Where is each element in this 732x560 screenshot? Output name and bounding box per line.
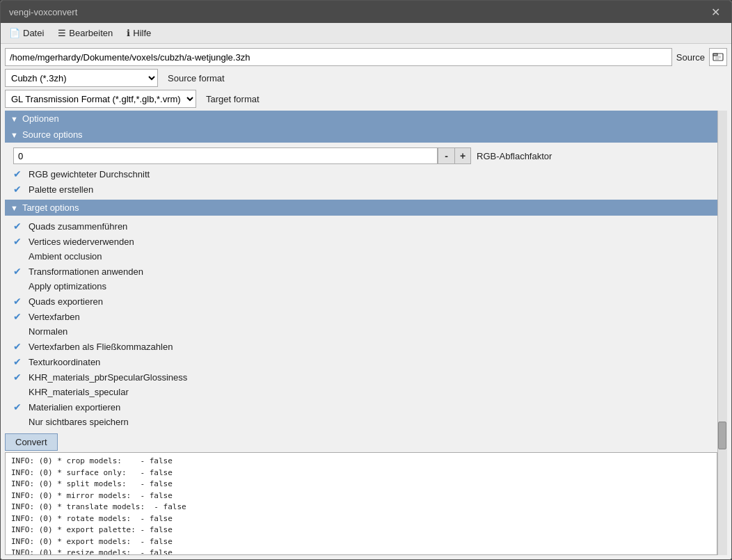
source-options-arrow: ▼	[10, 131, 18, 139]
target-option-label-11: KHR_materials_specular	[29, 387, 129, 397]
main-content: Source Cubzh (*.3zh) ▼ Source f	[1, 44, 731, 559]
source-option-label-1: Palette erstellen	[29, 184, 93, 195]
rgb-factor-input[interactable]	[13, 147, 438, 164]
target-option-label-9: Texturkoordinaten	[29, 357, 100, 367]
target-option-label-10: KHR_materials_pbrSpecularGlossiness	[29, 372, 187, 383]
check-icon-tgt-12: ✔	[13, 401, 24, 413]
check-icon-tgt-10: ✔	[13, 371, 24, 383]
scrollbar-track[interactable]	[717, 111, 727, 555]
bearbeiten-icon: ☰	[58, 28, 66, 38]
menu-bar: 📄 Datei ☰ Bearbeiten ℹ Hilfe	[1, 23, 731, 44]
title-bar: vengi-voxconvert ✕	[1, 1, 731, 23]
rgb-factor-row: - + RGB-Abflachfaktor	[9, 145, 713, 166]
menu-datei-label: Datei	[23, 28, 44, 38]
target-option-label-4: Apply optimizations	[29, 281, 106, 291]
source-format-label: Source format	[168, 73, 225, 83]
source-label: Source	[676, 52, 705, 63]
target-option-label-2: Ambient occlusion	[29, 251, 102, 262]
check-icon-tgt-1: ✔	[13, 236, 24, 247]
source-browse-button[interactable]	[709, 48, 727, 66]
target-option-9[interactable]: ✔ Texturkoordinaten	[9, 354, 713, 369]
optionen-arrow: ▼	[10, 115, 18, 123]
menu-datei[interactable]: 📄 Datei	[6, 26, 47, 40]
hilfe-icon: ℹ	[127, 28, 130, 38]
check-icon-src-0: ✔	[13, 168, 24, 179]
scroll-content: ▼ Optionen ▼ Source options - + RGB-Abfl…	[5, 111, 717, 555]
target-option-10[interactable]: ✔ KHR_materials_pbrSpecularGlossiness	[9, 369, 713, 385]
target-option-4[interactable]: Apply optimizations	[9, 279, 713, 294]
log-line: INFO: (0) * split models: - false	[11, 479, 711, 490]
target-option-13[interactable]: Nur sichtbares speichern	[9, 415, 713, 429]
check-icon-tgt-3: ✔	[13, 266, 24, 277]
target-option-6[interactable]: ✔ Vertexfarben	[9, 309, 713, 324]
target-option-1[interactable]: ✔ Vertices wiederverwenden	[9, 234, 713, 249]
file-path-input[interactable]	[5, 48, 672, 66]
target-options-arrow: ▼	[10, 204, 18, 212]
check-icon-tgt-6: ✔	[13, 311, 24, 322]
svg-rect-1	[713, 54, 717, 56]
close-button[interactable]: ✕	[708, 6, 723, 19]
target-format-select[interactable]: GL Transmission Format (*.gltf,*.glb,*.v…	[5, 90, 196, 108]
target-option-label-12: Materialien exportieren	[29, 402, 120, 413]
source-format-row: Cubzh (*.3zh) ▼ Source format	[5, 69, 727, 87]
scrollable-area: ▼ Optionen ▼ Source options - + RGB-Abfl…	[5, 111, 727, 555]
log-line: INFO: (0) * export palette: - false	[11, 525, 711, 536]
target-option-label-6: Vertexfarben	[29, 312, 80, 322]
target-option-label-5: Quads exportieren	[29, 296, 103, 307]
rgb-factor-minus[interactable]: -	[438, 147, 454, 164]
menu-hilfe-label: Hilfe	[133, 28, 151, 38]
check-icon-src-1: ✔	[13, 184, 24, 195]
log-line: INFO: (0) * surface only: - false	[11, 467, 711, 479]
scrollbar-thumb[interactable]	[718, 422, 726, 449]
menu-hilfe[interactable]: ℹ Hilfe	[124, 26, 154, 40]
target-option-label-1: Vertices wiederverwenden	[29, 237, 134, 247]
target-option-label-8: Vertexfarben als Fließkommazahlen	[29, 342, 173, 352]
window-title: vengi-voxconvert	[9, 7, 77, 17]
source-options-label: Source options	[22, 129, 83, 140]
target-options-panel: ✔ Quads zusammenführen ✔ Vertices wieder…	[5, 216, 717, 432]
target-option-label-0: Quads zusammenführen	[29, 221, 127, 232]
target-option-label-7: Normalen	[29, 326, 67, 337]
log-line: INFO: (0) * translate models: - false	[11, 502, 711, 513]
menu-bearbeiten-label: Bearbeiten	[69, 28, 113, 38]
target-option-0[interactable]: ✔ Quads zusammenführen	[9, 218, 713, 234]
target-option-label-3: Transformationen anwenden	[29, 266, 143, 277]
target-option-11[interactable]: KHR_materials_specular	[9, 385, 713, 399]
rgb-factor-label: RGB-Abflachfaktor	[477, 151, 552, 161]
log-line: INFO: (0) * resize models: - false	[11, 547, 711, 555]
target-options-label: Target options	[22, 202, 79, 213]
rgb-factor-plus[interactable]: +	[454, 147, 471, 164]
browse-icon	[713, 51, 724, 64]
check-icon-tgt-0: ✔	[13, 221, 24, 232]
log-line: INFO: (0) * rotate models: - false	[11, 513, 711, 525]
target-option-5[interactable]: ✔ Quads exportieren	[9, 294, 713, 309]
target-option-2[interactable]: Ambient occlusion	[9, 249, 713, 264]
target-option-8[interactable]: ✔ Vertexfarben als Fließkommazahlen	[9, 339, 713, 354]
optionen-header[interactable]: ▼ Optionen	[5, 111, 717, 127]
file-row: Source	[5, 48, 727, 66]
source-options-header[interactable]: ▼ Source options	[5, 127, 717, 143]
check-icon-tgt-8: ✔	[13, 341, 24, 352]
optionen-label: Optionen	[22, 113, 59, 124]
target-format-label: Target format	[206, 94, 260, 104]
target-option-12[interactable]: ✔ Materialien exportieren	[9, 399, 713, 415]
check-icon-tgt-5: ✔	[13, 296, 24, 307]
source-option-0[interactable]: ✔ RGB gewichteter Durchschnitt	[9, 166, 713, 182]
source-option-1[interactable]: ✔ Palette erstellen	[9, 182, 713, 197]
target-options-header[interactable]: ▼ Target options	[5, 200, 717, 216]
target-option-label-13: Nur sichtbares speichern	[29, 417, 129, 427]
source-format-select[interactable]: Cubzh (*.3zh)	[5, 69, 158, 87]
source-option-label-0: RGB gewichteter Durchschnitt	[29, 169, 150, 179]
datei-icon: 📄	[9, 28, 20, 38]
menu-bearbeiten[interactable]: ☰ Bearbeiten	[55, 26, 116, 40]
log-line: INFO: (0) * mirror models: - false	[11, 490, 711, 502]
source-options-panel: - + RGB-Abflachfaktor ✔ RGB gewichteter …	[5, 143, 717, 200]
target-option-7[interactable]: Normalen	[9, 324, 713, 339]
target-format-row: GL Transmission Format (*.gltf,*.glb,*.v…	[5, 90, 727, 108]
log-line: INFO: (0) * export models: - false	[11, 536, 711, 548]
convert-button[interactable]: Convert	[5, 433, 58, 451]
check-icon-tgt-9: ✔	[13, 356, 24, 367]
main-window: vengi-voxconvert ✕ 📄 Datei ☰ Bearbeiten …	[0, 0, 732, 560]
target-option-3[interactable]: ✔ Transformationen anwenden	[9, 264, 713, 279]
log-line: INFO: (0) * crop models: - false	[11, 456, 711, 467]
